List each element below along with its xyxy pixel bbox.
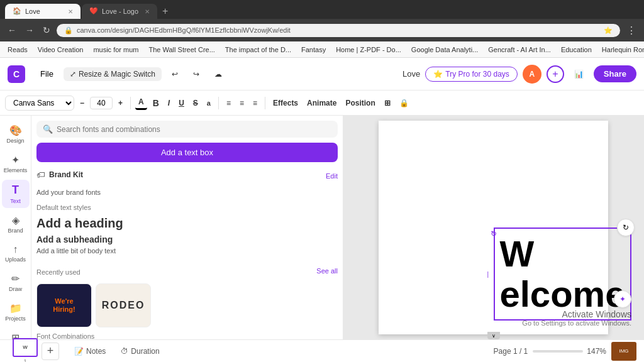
add-brand-fonts[interactable]: Add your brand fonts (36, 186, 338, 199)
distribute-button[interactable]: ⊞ (381, 97, 394, 109)
sidebar-item-brand[interactable]: ◈ Brand (2, 211, 30, 238)
sidebar-label-projects: Projects (5, 315, 26, 322)
activate-windows: Activate Windows Go to Settings to activ… (522, 309, 631, 327)
font-size-input[interactable] (90, 97, 113, 109)
see-all-link[interactable]: See all (316, 267, 338, 275)
text-content[interactable]: W elcome (500, 234, 626, 314)
duration-button[interactable]: ⏱ Duration (116, 344, 164, 358)
tab-close-canva[interactable]: ✕ (68, 8, 73, 15)
back-button[interactable]: ← (5, 24, 19, 36)
add-text-button[interactable]: Add a text box (36, 143, 338, 162)
font-combinations-section: Font Combinations FIVE TIPSFOR GREATSUN … (36, 332, 338, 339)
brand-kit-edit[interactable]: Edit (326, 172, 338, 180)
smaller-case-button[interactable]: a (204, 97, 214, 109)
sidebar-item-text[interactable]: T Text (2, 180, 30, 208)
bookmark-zpdf[interactable]: Home | Z-PDF - Do... (333, 45, 404, 54)
canvas-page[interactable]: | W elcome ↻ (379, 121, 608, 334)
design-icon: 🎨 (9, 124, 22, 136)
font-family-select[interactable]: Canva Sans (5, 96, 74, 111)
try-pro-button[interactable]: ⭐ Try Pro for 30 days (425, 67, 518, 82)
tab-love[interactable]: ❤️ Love - Logo ✕ (82, 4, 157, 19)
expand-canvas-button[interactable]: ∨ (487, 332, 500, 339)
recently-used-header: Recently used See all (36, 262, 338, 280)
brand-icon: ◈ (12, 214, 19, 226)
text-box-selected[interactable]: | W elcome (494, 228, 632, 321)
tab-canva[interactable]: 🏠 Love ✕ (5, 4, 80, 19)
brand-kit-row: 🏷 Brand Kit (36, 170, 83, 180)
sidebar-label-draw: Draw (9, 286, 22, 292)
refresh-canvas-button[interactable]: ↻ (617, 219, 635, 236)
canva-toolbar: Canva Sans − + A B I U S a ≡ ≡ ≡ Effects… (0, 90, 644, 116)
sidebar-item-draw[interactable]: ✏ Draw (2, 269, 30, 296)
save-button[interactable]: ☁ (209, 67, 227, 81)
zoom-slider[interactable] (533, 350, 583, 353)
bookmark-video[interactable]: Video Creation (35, 45, 86, 54)
forward-button[interactable]: → (23, 24, 36, 36)
bookmark-google[interactable]: Google Data Analyti... (409, 45, 480, 54)
sidebar-item-uploads[interactable]: ↑ Uploads (2, 240, 30, 266)
font-swatch-hiring[interactable]: We'reHiring! (36, 283, 92, 327)
lock-button[interactable]: 🔒 (396, 97, 412, 109)
file-menu[interactable]: File (35, 67, 58, 81)
analytics-button[interactable]: 📊 (569, 67, 589, 81)
body-style[interactable]: Add a little bit of body text (36, 246, 338, 256)
sidebar-item-projects[interactable]: 📁 Projects (2, 299, 30, 326)
resize-magic-switch-button[interactable]: ⤢ Resize & Magic Switch (64, 67, 162, 81)
uploads-icon: ↑ (13, 244, 18, 255)
extensions-button[interactable]: ⋮ (624, 23, 639, 38)
page-indicator: Page 1 / 1 (494, 347, 528, 356)
zoom-level: 147% (587, 347, 606, 356)
font-size-plus-button[interactable]: + (115, 97, 126, 109)
sidebar-item-design[interactable]: 🎨 Design (2, 121, 30, 148)
align-left-button[interactable]: ≡ (223, 97, 234, 109)
align-center-button[interactable]: ≡ (236, 97, 247, 109)
underline-button[interactable]: U (175, 97, 187, 109)
assistant-button[interactable]: ✦ (614, 290, 631, 308)
address-bar[interactable]: 🔒 canva.com/design/DAGHEdbmHBgQ/f6lYM1Ez… (57, 24, 620, 37)
bookmark-gencraft[interactable]: Gencraft - AI Art In... (486, 45, 553, 54)
align-right-button[interactable]: ≡ (250, 97, 260, 109)
bookmark-reads[interactable]: Reads (5, 45, 30, 54)
tab-close-love[interactable]: ✕ (145, 8, 150, 15)
bookmark-education[interactable]: Education (558, 45, 594, 54)
share-button[interactable]: Share (594, 65, 636, 82)
font-size-minus-button[interactable]: − (77, 97, 87, 109)
reload-button[interactable]: ↻ (40, 24, 53, 36)
search-input[interactable] (57, 125, 331, 134)
effects-button[interactable]: Effects (270, 97, 301, 109)
bookmark-fantasy[interactable]: Fantasy (299, 45, 328, 54)
heading-style[interactable]: Add a heading (36, 214, 338, 233)
search-bar[interactable]: 🔍 (36, 121, 338, 138)
tab-favicon-canva: 🏠 (13, 7, 21, 16)
position-button[interactable]: Position (342, 97, 378, 109)
notes-button[interactable]: 📝 Notes (69, 344, 111, 358)
undo-button[interactable]: ↩ (167, 67, 183, 81)
bold-button[interactable]: B (150, 96, 162, 110)
tab-title-canva: Love (25, 8, 64, 15)
search-icon: 🔍 (43, 124, 53, 134)
bookmark-wsj[interactable]: The Wall Street Cre... (147, 45, 218, 54)
font-swatch-rodeo[interactable]: RODEO (96, 283, 151, 327)
animate-button[interactable]: Animate (304, 97, 340, 109)
bottom-bar: W 1 + 📝 Notes ⏱ Duration Page 1 / 1 147%… (0, 339, 644, 362)
strikethrough-button[interactable]: S (190, 97, 201, 109)
bookmark-impact[interactable]: The impact of the D... (223, 45, 294, 54)
rotate-handle[interactable]: ↻ (487, 228, 500, 240)
new-tab-button[interactable]: + (158, 6, 172, 17)
cursor-indicator: | (487, 270, 489, 277)
bookmark-harlequin[interactable]: Harlequin Romance... (599, 45, 644, 54)
topbar-right: Love ⭐ Try Pro for 30 days A + 📊 Share (402, 65, 636, 84)
add-page-button[interactable]: + (42, 343, 59, 360)
bookmark-music[interactable]: music for mum (91, 45, 141, 54)
bottom-right-image: IMG (611, 342, 636, 361)
font-color-button[interactable]: A (135, 96, 147, 110)
sidebar-icons: 🎨 Design ✦ Elements T Text ◈ Brand ↑ Upl… (0, 116, 31, 339)
canvas-area: | W elcome ↻ ↻ ∨ ✦ Activate (343, 116, 644, 339)
redo-button[interactable]: ↪ (188, 67, 204, 81)
left-panel: 🔍 Add a text box 🏷 Brand Kit Edit Add yo… (31, 116, 343, 339)
add-team-button[interactable]: + (547, 65, 564, 83)
subheading-style[interactable]: Add a subheading (36, 233, 338, 246)
italic-button[interactable]: I (165, 97, 173, 109)
sidebar-item-elements[interactable]: ✦ Elements (2, 150, 30, 177)
page-thumbnail[interactable]: W (13, 338, 38, 357)
